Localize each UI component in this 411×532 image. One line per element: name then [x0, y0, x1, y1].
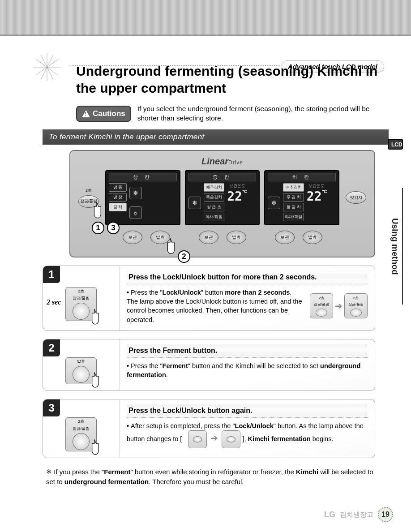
lock-state-icon	[222, 430, 240, 448]
lock-state-icon	[188, 430, 207, 448]
brand-kr: 김치냉장고	[340, 511, 373, 519]
snowflake-icon: ❄	[129, 187, 142, 199]
step-text: Press the "Ferment" button and the Kimch…	[127, 361, 368, 380]
arrow-icon: ➔	[210, 433, 218, 443]
step-text: After setup is completed, press the "Loc…	[127, 421, 368, 448]
caution-badge: Cautions	[76, 106, 131, 122]
store-button[interactable]: 보관	[275, 231, 295, 244]
marker-3: 3	[107, 222, 120, 234]
step-text: Press the "Lock/Unlock" button more than…	[127, 288, 304, 324]
custom-kimchi-button-area[interactable]: 맞김치	[344, 170, 368, 225]
step-1: 1 2 sec 2초 잠금/풀림 Press the Lock/Unlock b…	[43, 266, 375, 331]
step-3: 3 2초 잠금/풀림 Press the Lock/Unlock button …	[43, 399, 375, 458]
caution-label: Cautions	[93, 109, 125, 118]
store-button[interactable]: 보관	[199, 231, 218, 244]
arrow-icon: ➔	[335, 300, 342, 312]
ferment-button[interactable]: 발효	[227, 231, 246, 244]
step-2: 2 발효 Press the Ferment button. Press the…	[43, 339, 375, 391]
two-sec-label: 2 sec	[47, 298, 61, 306]
step-heading: Press the Lock/Unlock button for more th…	[127, 270, 368, 284]
lcd-upper: 상 칸 냉 동 냉 장 김 치 ❄ ☼	[105, 170, 180, 225]
lock-button-illustration: 2초 잠금/풀림	[65, 287, 97, 321]
sun-icon: ☼	[129, 206, 142, 219]
bottom-button-row: 보관 발효 보관 발효 보관 발효	[77, 231, 368, 244]
panel-brand: LinearDrive	[77, 156, 368, 167]
lock-state-before-icon: 2초잠금/풀림	[310, 293, 333, 318]
page-title: Underground fermenting (seasoning) Kimch…	[76, 63, 389, 96]
ferment-button[interactable]: 발효	[303, 231, 322, 244]
pointing-hand-icon	[160, 236, 180, 257]
pointing-hand-icon	[85, 370, 104, 390]
footnote: ※ If you press the "Ferment" button even…	[46, 467, 375, 486]
side-tab-using-method: Using method	[388, 188, 403, 305]
store-button[interactable]: 보관	[123, 231, 142, 244]
warning-icon	[82, 110, 90, 117]
custom-kimchi-button[interactable]: 맞김치	[346, 191, 366, 204]
caution-text: If you select the underground ferment (s…	[137, 104, 370, 123]
step-heading: Press the Lock/Unlock button again.	[127, 404, 368, 418]
step-heading: Press the Ferment button.	[127, 344, 368, 358]
snowflake-icon: ❄	[268, 197, 280, 209]
marker-1: 1	[92, 222, 104, 234]
top-texture	[0, 0, 411, 36]
page-footer: LG 김치냉장고 19	[324, 507, 393, 522]
section-bar: To ferment Kimchi in the upper compartme…	[43, 129, 389, 145]
ferment-button-illustration: 발효	[65, 357, 97, 384]
marker-2: 2	[178, 250, 190, 263]
snowflake-icon: ❄	[188, 197, 201, 209]
lcd-middle: 중 칸 ❄ 배추김치 묵은김치 상 급 초 야채/과일 보관온도 22℃	[185, 170, 260, 225]
lock-state-after-icon: 2초잠금/풀림	[344, 293, 368, 318]
pointing-hand-icon	[86, 200, 107, 221]
pointing-hand-icon	[85, 307, 104, 327]
side-tab-lcd: LCD	[388, 139, 403, 150]
brand-logo: LG	[324, 510, 335, 519]
lcd-lower: 하 칸 ❄ 배추김치 무 김 치 물 김 치 야채/과일 보관온도 22℃	[264, 170, 339, 225]
caution-row: Cautions If you select the underground f…	[76, 104, 389, 123]
control-panel: LinearDrive 2초 잠금/풀림 상 칸 냉 동 냉 장 김 치 ❄ ☼	[69, 150, 375, 257]
pointing-hand-icon	[85, 438, 104, 457]
lock-button-illustration: 2초 잠금/풀림	[65, 417, 97, 451]
page-number: 19	[378, 507, 393, 522]
